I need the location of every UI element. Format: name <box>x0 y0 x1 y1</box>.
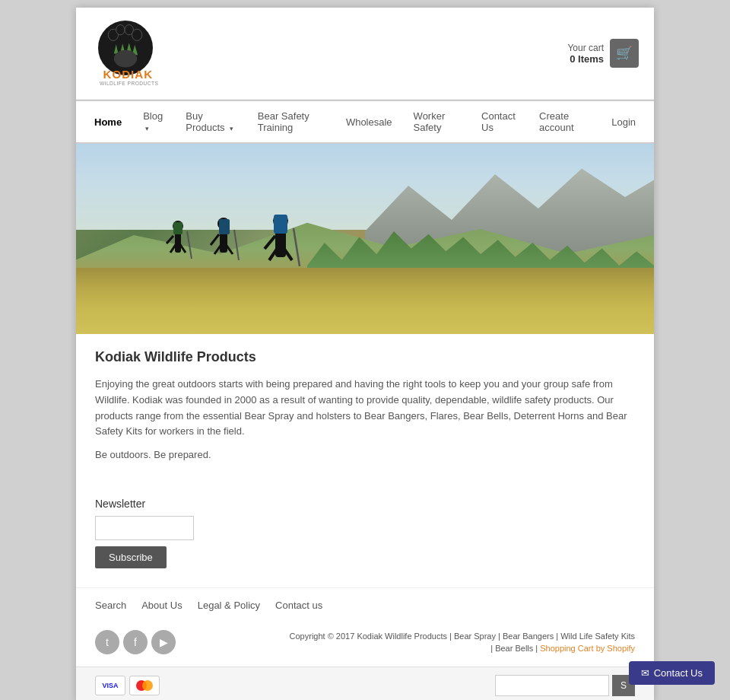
blog-arrow: ▾ <box>145 125 149 132</box>
newsletter-input[interactable] <box>95 516 194 540</box>
main-heading: Kodiak Wildlife Products <box>95 349 635 365</box>
svg-text:KODIAK: KODIAK <box>103 68 153 81</box>
nav-item-buy-products[interactable]: Buy Products ▾ <box>175 101 247 142</box>
footer-link-search[interactable]: Search <box>95 600 126 611</box>
shopify-link[interactable]: Shopping Cart by Shopify <box>540 644 635 653</box>
contact-float-label: Contact Us <box>654 667 703 679</box>
hikers-silhouette <box>163 215 330 283</box>
nav-item-home[interactable]: Home <box>84 107 132 137</box>
hero-scene <box>76 144 654 334</box>
bottom-bar: VISA S <box>76 667 654 700</box>
footer-link-legal-policy[interactable]: Legal & Policy <box>198 600 260 611</box>
nav-item-bear-safety-training[interactable]: Bear Safety Training <box>247 101 335 142</box>
hero-image <box>76 144 654 334</box>
svg-point-34 <box>142 680 153 691</box>
newsletter-label: Newsletter <box>95 498 635 510</box>
visa-card: VISA <box>95 676 125 695</box>
svg-rect-31 <box>274 215 287 234</box>
subscribe-button[interactable]: Subscribe <box>95 546 167 568</box>
nav-right: Create account Login <box>528 101 646 142</box>
copyright-text: Copyright © 2017 Kodiak Wildlife Product… <box>285 630 635 655</box>
svg-rect-24 <box>219 219 230 234</box>
newsletter-section: Newsletter Subscribe <box>76 486 654 587</box>
mastercard-card <box>129 676 160 695</box>
logo-icon: KODIAK WILDLIFE PRODUCTS INC. <box>91 19 160 88</box>
svg-line-32 <box>294 228 300 266</box>
nav-item-wholesale[interactable]: Wholesale <box>335 107 403 137</box>
social-icons: t f ▶ <box>95 630 176 654</box>
contact-float-icon: ✉ <box>641 667 649 679</box>
svg-line-25 <box>234 230 239 260</box>
contact-float-button[interactable]: ✉ Contact Us <box>629 661 715 685</box>
svg-point-2 <box>116 25 125 35</box>
buy-products-arrow: ▾ <box>230 125 233 132</box>
nav-item-create-account[interactable]: Create account <box>528 101 597 142</box>
svg-line-23 <box>211 234 219 245</box>
youtube-icon[interactable]: ▶ <box>151 630 176 654</box>
search-input[interactable] <box>495 675 609 696</box>
footer-link-about-us[interactable]: About Us <box>141 600 182 611</box>
svg-text:WILDLIFE PRODUCTS INC.: WILDLIFE PRODUCTS INC. <box>100 81 160 86</box>
logo-area: KODIAK WILDLIFE PRODUCTS INC. <box>91 19 160 88</box>
footer-links: Search About Us Legal & Policy Contact u… <box>76 587 654 622</box>
cart-area[interactable]: Your cart 0 Items 🛒 <box>567 39 639 68</box>
cart-text: Your cart 0 Items <box>567 43 604 65</box>
svg-point-9 <box>114 50 137 68</box>
payment-icons: VISA <box>95 676 160 695</box>
footer-link-contact-us[interactable]: Contact us <box>275 600 322 611</box>
svg-rect-17 <box>173 222 182 234</box>
facebook-icon[interactable]: f <box>123 630 148 654</box>
nav-item-login[interactable]: Login <box>601 107 646 137</box>
nav-left: Home Blog ▾ Buy Products ▾ Bear Safety T… <box>84 101 528 142</box>
nav-item-worker-safety[interactable]: Worker Safety <box>403 101 471 142</box>
svg-line-30 <box>265 236 275 249</box>
svg-point-4 <box>132 29 142 40</box>
svg-line-18 <box>187 231 192 259</box>
twitter-icon[interactable]: t <box>95 630 119 654</box>
main-paragraph-1: Enjoying the great outdoors starts with … <box>95 377 635 440</box>
header: KODIAK WILDLIFE PRODUCTS INC. Your cart … <box>76 8 654 100</box>
cart-label: Your cart <box>567 43 604 53</box>
nav-bar: Home Blog ▾ Buy Products ▾ Bear Safety T… <box>76 100 654 144</box>
search-bar: S <box>495 675 635 696</box>
mastercard-logo <box>134 679 155 692</box>
main-paragraph-2: Be outdoors. Be prepared. <box>95 447 635 463</box>
nav-item-contact-us[interactable]: Contact Us <box>471 101 528 142</box>
svg-line-16 <box>167 236 173 243</box>
main-content: Kodiak Wildlife Products Enjoying the gr… <box>76 334 654 486</box>
cart-items-count: 0 Items <box>567 53 604 65</box>
social-copyright: t f ▶ Copyright © 2017 Kodiak Wildlife P… <box>76 622 654 667</box>
cart-button[interactable]: 🛒 <box>610 39 639 68</box>
nav-item-blog[interactable]: Blog ▾ <box>132 101 175 142</box>
